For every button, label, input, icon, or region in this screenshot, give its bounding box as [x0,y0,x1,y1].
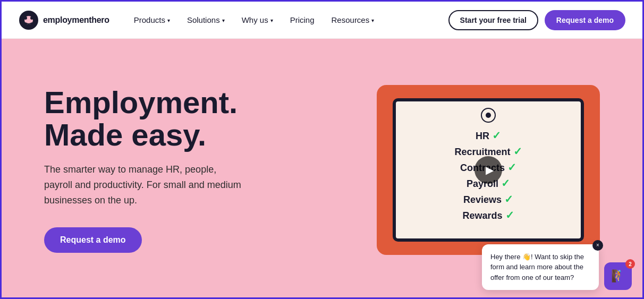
feature-reviews: Reviews ✓ [454,193,522,206]
hero-section: Employment. Made easy. The smarter way t… [2,39,642,299]
hero-title: Employment. Made easy. [44,87,246,151]
nav-item-why-us[interactable]: Why us ▾ [234,11,281,29]
nav-label-solutions: Solutions [187,15,220,24]
hero-title-line1: Employment. [44,85,238,119]
request-demo-button-hero[interactable]: Request a demo [44,227,142,253]
play-icon: ▶ [486,164,494,176]
check-icon: ✓ [504,193,513,205]
chevron-down-icon: ▾ [222,18,225,23]
nav-links: Products ▾ Solutions ▾ Why us ▾ Pricing … [126,11,448,29]
check-icon: ✓ [505,209,514,221]
feature-hr: HR ✓ [454,129,522,142]
chat-badge: 2 [625,259,635,269]
chat-close-button[interactable]: × [592,240,603,251]
nav-item-pricing[interactable]: Pricing [283,11,322,29]
svg-point-2 [24,16,27,20]
chat-widget: × Hey there 👋! Want to skip the form and… [482,244,632,291]
chat-avatar-image: 🧗 [611,269,625,283]
hero-subtitle: The smarter way to manage HR, people, pa… [44,162,246,208]
chat-avatar[interactable]: 🧗 2 [604,262,632,290]
svg-point-3 [30,16,33,20]
play-button[interactable]: ▶ [474,156,502,184]
check-icon: ✓ [513,146,522,157]
logo-text: employmenthero [43,15,109,25]
nav-item-resources[interactable]: Resources ▾ [324,11,382,29]
navbar: employmenthero Products ▾ Solutions ▾ Wh… [2,2,642,39]
request-demo-button-nav[interactable]: Request a demo [545,10,625,30]
check-icon: ✓ [501,177,510,189]
check-icon: ✓ [507,161,516,173]
logo-icon [19,10,39,30]
hero-visual: HR ✓ Recruitment ✓ Contracts ✓ Payroll ✓… [377,85,600,255]
nav-item-products[interactable]: Products ▾ [126,11,177,29]
tablet-outer: HR ✓ Recruitment ✓ Contracts ✓ Payroll ✓… [377,85,600,255]
hero-content: Employment. Made easy. The smarter way t… [44,87,246,252]
logo[interactable]: employmenthero [19,10,109,30]
nav-label-resources: Resources [332,15,370,24]
chevron-down-icon: ▾ [371,18,374,23]
start-trial-button[interactable]: Start your free trial [448,10,538,30]
tablet-screen: HR ✓ Recruitment ✓ Contracts ✓ Payroll ✓… [393,98,584,242]
chat-bubble: × Hey there 👋! Want to skip the form and… [482,244,599,291]
nav-item-solutions[interactable]: Solutions ▾ [180,11,232,29]
nav-label-pricing: Pricing [290,15,315,24]
check-icon: ✓ [492,130,501,141]
hero-title-line2: Made easy. [44,117,206,152]
nav-label-why-us: Why us [242,15,268,24]
chevron-down-icon: ▾ [167,18,170,23]
chat-message: Hey there 👋! Want to skip the form and l… [490,253,584,281]
tablet-camera [481,108,496,123]
nav-actions: Start your free trial Request a demo [448,10,625,30]
chevron-down-icon: ▾ [270,18,273,23]
nav-label-products: Products [134,15,165,24]
feature-rewards: Rewards ✓ [454,209,522,221]
